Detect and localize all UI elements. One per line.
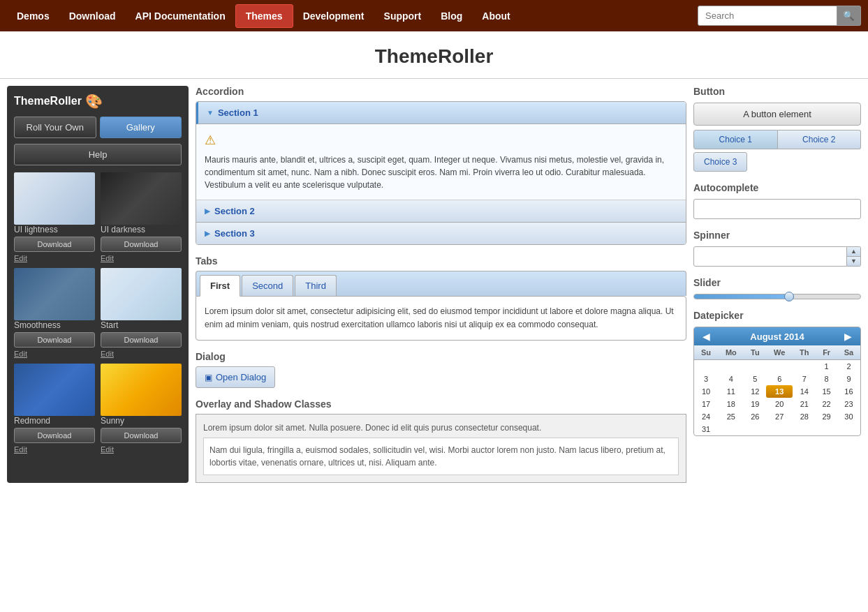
nav-support[interactable]: Support bbox=[374, 2, 432, 30]
accordion-section-1-text: Mauris mauris ante, blandit et, ultrices… bbox=[205, 154, 677, 191]
nav-download[interactable]: Download bbox=[59, 2, 126, 30]
nav-blog[interactable]: Blog bbox=[431, 2, 472, 30]
page-title: ThemeRoller bbox=[0, 45, 868, 68]
accordion-section-2-header[interactable]: ▶ Section 2 bbox=[196, 200, 686, 223]
open-dialog-button[interactable]: ▣ Open Dialog bbox=[196, 366, 275, 388]
roll-your-own-button[interactable]: Roll Your Own bbox=[14, 117, 96, 138]
dp-day-23[interactable]: 23 bbox=[837, 398, 860, 410]
spinner-down-button[interactable]: ▼ bbox=[847, 257, 860, 266]
search-input[interactable] bbox=[698, 6, 837, 26]
dp-day-12[interactable]: 12 bbox=[744, 385, 766, 398]
dp-day-20[interactable]: 20 bbox=[766, 398, 793, 410]
dp-day-24[interactable]: 24 bbox=[694, 410, 718, 423]
theme-edit-smoothness[interactable]: Edit bbox=[14, 350, 27, 358]
autocomplete-input[interactable] bbox=[693, 199, 861, 219]
dp-day-16[interactable]: 16 bbox=[837, 385, 860, 398]
main-button[interactable]: A button element bbox=[693, 103, 861, 126]
choice-2-button[interactable]: Choice 2 bbox=[778, 130, 862, 149]
dp-day-11[interactable]: 11 bbox=[718, 385, 744, 398]
dp-day-30[interactable]: 30 bbox=[837, 410, 860, 423]
top-navigation: Demos Download API Documentation Themes … bbox=[0, 0, 868, 31]
overlay-text-1: Lorem ipsum dolor sit amet. Nulla posuer… bbox=[203, 421, 679, 434]
spinner-control: ▲ ▼ bbox=[693, 246, 861, 267]
dp-day-21[interactable]: 21 bbox=[793, 398, 816, 410]
theme-download-sunny[interactable]: Download bbox=[101, 428, 182, 443]
spinner-input[interactable] bbox=[693, 246, 847, 267]
datepicker-next-button[interactable]: ▶ bbox=[841, 331, 855, 342]
theme-item-smoothness: Smoothness Download Edit bbox=[14, 268, 95, 358]
nav-development[interactable]: Development bbox=[293, 2, 374, 30]
tab-third[interactable]: Third bbox=[295, 275, 337, 296]
theme-download-start[interactable]: Download bbox=[101, 332, 182, 348]
accordion-section-1-header[interactable]: ▼ Section 1 bbox=[196, 102, 686, 124]
dp-header-th: Th bbox=[793, 345, 816, 360]
sidebar-main-buttons: Roll Your Own Gallery bbox=[14, 117, 182, 138]
theme-download-smoothness[interactable]: Download bbox=[14, 332, 95, 348]
tab-second[interactable]: Second bbox=[242, 275, 293, 296]
button-widget-label: Button bbox=[693, 86, 861, 97]
dp-day-5[interactable]: 5 bbox=[744, 373, 766, 385]
dp-day-19[interactable]: 19 bbox=[744, 398, 766, 410]
theme-edit-sunny[interactable]: Edit bbox=[101, 445, 114, 454]
nav-demos[interactable]: Demos bbox=[7, 2, 59, 30]
dp-day-8[interactable]: 8 bbox=[816, 373, 837, 385]
theme-edit-redmond[interactable]: Edit bbox=[14, 445, 27, 454]
dp-day-22[interactable]: 22 bbox=[816, 398, 837, 410]
datepicker-label: Datepicker bbox=[693, 310, 861, 321]
left-sidebar: ThemeRoller 🎨 Roll Your Own Gallery Help… bbox=[7, 86, 189, 483]
slider-handle[interactable] bbox=[784, 292, 794, 301]
gallery-button[interactable]: Gallery bbox=[100, 117, 182, 138]
dp-day-1[interactable]: 1 bbox=[816, 360, 837, 373]
dp-day-9[interactable]: 9 bbox=[837, 373, 860, 385]
dp-day-29[interactable]: 29 bbox=[816, 410, 837, 423]
accordion-arrow-right-icon-2: ▶ bbox=[205, 207, 210, 215]
theme-edit-ui-darkness[interactable]: Edit bbox=[101, 254, 114, 262]
slider-track[interactable] bbox=[693, 294, 861, 299]
choice-buttons-group: Choice 1 Choice 2 bbox=[693, 130, 861, 149]
dp-day-26[interactable]: 26 bbox=[744, 410, 766, 423]
dp-day-28[interactable]: 28 bbox=[793, 410, 816, 423]
theme-name-start: Start bbox=[101, 320, 118, 330]
theme-download-ui-darkness[interactable]: Download bbox=[101, 237, 182, 252]
datepicker-widget-section: Datepicker ◀ August 2014 ▶ Su Mo Tu We T… bbox=[693, 310, 861, 436]
dp-day-10[interactable]: 10 bbox=[694, 385, 718, 398]
dp-day-27[interactable]: 27 bbox=[766, 410, 793, 423]
nav-about[interactable]: About bbox=[472, 2, 520, 30]
nav-api-docs[interactable]: API Documentation bbox=[126, 2, 235, 30]
right-panel: Button A button element Choice 1 Choice … bbox=[693, 86, 861, 483]
overlay-text-2: Nam dui ligula, fringilla a, euismod sod… bbox=[209, 444, 672, 469]
dp-day-15[interactable]: 15 bbox=[816, 385, 837, 398]
dp-day-3[interactable]: 3 bbox=[694, 373, 718, 385]
datepicker-widget: ◀ August 2014 ▶ Su Mo Tu We Th Fr Sa bbox=[693, 327, 861, 436]
dp-day-31[interactable]: 31 bbox=[694, 423, 718, 435]
dp-day-18[interactable]: 18 bbox=[718, 398, 744, 410]
accordion-section-3-header[interactable]: ▶ Section 3 bbox=[196, 223, 686, 244]
choice-1-button[interactable]: Choice 1 bbox=[693, 130, 778, 149]
theme-download-ui-lightness[interactable]: Download bbox=[14, 237, 95, 252]
choice-3-button[interactable]: Choice 3 bbox=[693, 152, 747, 172]
page-title-bar: ThemeRoller bbox=[0, 31, 868, 79]
dp-header-sa: Sa bbox=[837, 345, 860, 360]
theme-edit-ui-lightness[interactable]: Edit bbox=[14, 254, 27, 262]
help-button[interactable]: Help bbox=[14, 144, 182, 165]
dp-day-empty bbox=[744, 423, 766, 435]
theme-preview-ui-lightness bbox=[14, 172, 95, 225]
dp-day-17[interactable]: 17 bbox=[694, 398, 718, 410]
dp-day-25[interactable]: 25 bbox=[718, 410, 744, 423]
theme-download-redmond[interactable]: Download bbox=[14, 428, 95, 443]
theme-preview-redmond bbox=[14, 364, 95, 416]
dp-day-2[interactable]: 2 bbox=[837, 360, 860, 373]
nav-themes[interactable]: Themes bbox=[235, 4, 293, 28]
theme-preview-ui-darkness bbox=[101, 172, 182, 225]
theme-edit-start[interactable]: Edit bbox=[101, 350, 114, 358]
tab-first[interactable]: First bbox=[200, 275, 240, 297]
datepicker-prev-button[interactable]: ◀ bbox=[700, 331, 713, 342]
dp-day-14[interactable]: 14 bbox=[793, 385, 816, 398]
dp-day-6[interactable]: 6 bbox=[766, 373, 793, 385]
dp-day-7[interactable]: 7 bbox=[793, 373, 816, 385]
spinner-up-button[interactable]: ▲ bbox=[847, 247, 860, 257]
dp-day-4[interactable]: 4 bbox=[718, 373, 744, 385]
sidebar-logo-balls: 🎨 bbox=[85, 93, 103, 110]
dp-day-13[interactable]: 13 bbox=[766, 385, 793, 398]
search-button[interactable]: 🔍 bbox=[837, 6, 861, 26]
